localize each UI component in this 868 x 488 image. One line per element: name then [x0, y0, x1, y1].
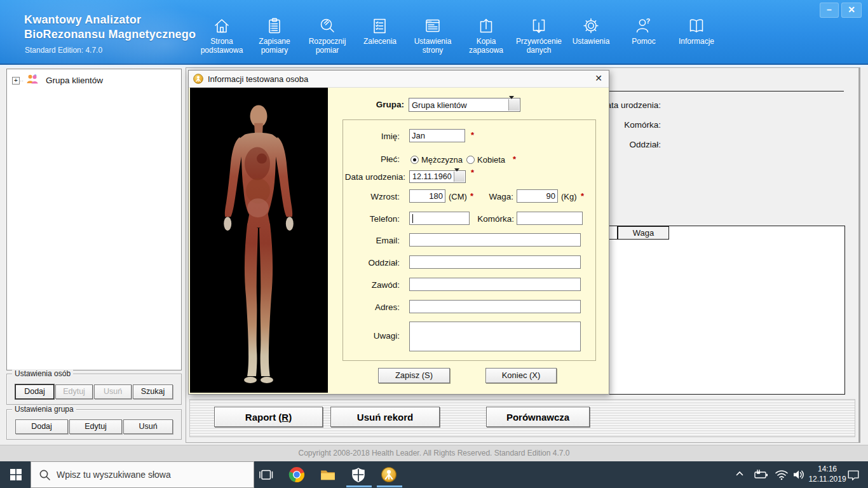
toolbar-item-strona-podstawowa[interactable]: Strona podstawowa	[194, 17, 249, 55]
uwagi-textarea[interactable]	[409, 322, 581, 351]
toolbar-item-label: Zalecenia	[353, 37, 407, 46]
start-button[interactable]	[10, 469, 22, 483]
task-view-icon[interactable]	[257, 466, 274, 483]
wifi-icon[interactable]	[774, 468, 789, 484]
tree-root-row[interactable]: +·· Grupa klientów	[7, 69, 181, 87]
defender-shield-icon[interactable]	[350, 466, 367, 483]
persons-edytuj-button: Edytuj	[55, 384, 93, 399]
taskbar-clock[interactable]: 14:16 12.11.2019	[804, 464, 850, 484]
data-urodzenia-required-mark: *	[471, 168, 474, 177]
clock-date: 12.11.2019	[804, 474, 850, 484]
group-settings-legend: Ustawienia grupa	[12, 405, 76, 414]
radio-kobieta[interactable]	[466, 156, 475, 164]
list-icon	[353, 17, 407, 36]
grupa-combobox[interactable]: Grupa klientów	[409, 98, 520, 112]
data-urodzenia-combobox[interactable]: 12.11.1960	[409, 170, 466, 183]
close-button[interactable]: ✕	[841, 3, 862, 18]
raport-label-pre: Raport (	[245, 412, 282, 423]
radio-mezczyzna[interactable]	[410, 156, 419, 164]
group-people-icon	[26, 76, 39, 86]
client-tree-panel: +·· Grupa klientów	[6, 69, 182, 370]
telefon-label: Telefon:	[344, 214, 400, 224]
group-usun-button[interactable]: Usuń	[123, 419, 173, 434]
porownawcza-button[interactable]: Porównawcza	[486, 407, 590, 427]
toolbar-item-ustawienia-strony[interactable]: Ustawienia strony	[405, 17, 460, 55]
battery-charging-icon[interactable]	[754, 468, 769, 484]
koniec-button[interactable]: Koniec (X)	[485, 368, 557, 383]
dialog-close-icon[interactable]: ✕	[595, 73, 602, 83]
help-person-icon: ?	[616, 17, 671, 36]
toolbar-item-label: Rozpocznij pomiar	[300, 37, 355, 55]
toolbar-item-label: Informacje	[669, 37, 724, 46]
tree-expand-icon[interactable]: +	[12, 77, 20, 85]
file-explorer-icon[interactable]	[320, 466, 336, 483]
uwagi-label: Uwagi:	[344, 331, 400, 341]
svg-text:?: ?	[646, 17, 651, 25]
tray-chevron-icon[interactable]	[734, 468, 745, 482]
radio-mezczyzna-label[interactable]: Mężczyzna	[421, 155, 463, 165]
waga-input[interactable]	[517, 189, 558, 203]
chevron-down-icon[interactable]	[454, 172, 465, 182]
group-edytuj-button[interactable]: Edytuj	[69, 419, 122, 434]
toolbar-item-kopia-zapasowa[interactable]: Kopia zapasowa	[459, 17, 513, 55]
clipboard-icon	[247, 17, 302, 36]
toolbar-item-przywrocenie-danych[interactable]: Przywrócenie danych	[512, 17, 566, 55]
persons-settings-group: Ustawienia osób Dodaj Edytuj Usuń Szukaj	[6, 374, 182, 405]
panel-right-edge	[859, 67, 860, 443]
toolbar-item-label: Zapisane pomiary	[247, 37, 302, 55]
tree-root-label[interactable]: Grupa klientów	[46, 76, 103, 85]
copyright-bar: Copyright 2008-2018 Health Leader. All R…	[0, 445, 868, 461]
toolbar-item-label: Pomoc	[616, 37, 671, 46]
app-title-line1: Kwantowy Analizator	[24, 13, 141, 27]
zapisz-button[interactable]: Zapisz (S)	[378, 368, 450, 383]
group-settings-group: Ustawienia grupa Dodaj Edytuj Usuń	[6, 409, 182, 440]
telefon-input[interactable]	[409, 212, 470, 225]
patient-info-dialog: Informacji testowana osoba ✕	[188, 70, 609, 395]
adres-input[interactable]	[409, 300, 581, 313]
plec-label: Płeć:	[344, 154, 400, 164]
persons-szukaj-button[interactable]: Szukaj	[133, 384, 173, 399]
plec-required-mark: *	[513, 154, 516, 164]
app-gold-icon	[193, 74, 203, 86]
radio-kobieta-label[interactable]: Kobieta	[477, 155, 505, 165]
backup-arrow-up-icon	[459, 17, 513, 36]
toolbar-item-label: Strona podstawowa	[194, 37, 249, 55]
taskbar-search-box[interactable]	[31, 461, 254, 488]
minimize-button[interactable]: –	[820, 3, 839, 18]
toolbar-item-label: Przywrócenie danych	[512, 37, 566, 55]
book-icon	[669, 17, 724, 36]
toolbar-item-label: Kopia zapasowa	[459, 37, 513, 55]
raport-label-key: R	[281, 412, 288, 423]
adres-label: Adres:	[344, 302, 400, 312]
gear-icon	[564, 17, 618, 36]
komorka-input[interactable]	[517, 212, 583, 225]
usun-rekord-button[interactable]: Usuń rekord	[330, 407, 440, 427]
browser-window-icon	[405, 17, 460, 36]
toolbar-item-informacje[interactable]: Informacje	[669, 17, 724, 46]
raport-button[interactable]: Raport (R)	[214, 407, 323, 427]
running-indicator-defender	[346, 485, 372, 487]
persons-dodaj-button[interactable]: Dodaj	[15, 384, 54, 399]
toolbar-item-zapisane-pomiary[interactable]: Zapisane pomiary	[247, 17, 302, 55]
app-title-line2: BioRezonansu Magnetycznego	[24, 28, 196, 41]
wzrost-input[interactable]	[409, 189, 445, 203]
taskbar-search-input[interactable]	[57, 462, 247, 487]
zawod-input[interactable]	[409, 278, 581, 291]
toolbar-item-rozpocznij-pomiar[interactable]: Rozpocznij pomiar	[300, 17, 355, 55]
table-header-waga[interactable]: Waga	[618, 226, 669, 240]
chevron-down-icon[interactable]	[508, 99, 519, 111]
grupa-combobox-value: Grupa klientów	[412, 100, 467, 110]
dialog-title: Informacji testowana osoba	[208, 74, 308, 84]
email-input[interactable]	[409, 233, 581, 247]
toolbar-item-zalecenia[interactable]: Zalecenia	[353, 17, 407, 46]
action-center-icon[interactable]	[846, 468, 860, 485]
toolbar-item-pomoc[interactable]: ? Pomoc	[616, 17, 671, 46]
toolbar-item-label: Ustawienia strony	[405, 37, 460, 55]
bioresonance-app-icon[interactable]	[381, 466, 397, 483]
imie-input[interactable]	[409, 129, 465, 142]
wzrost-label: Wzrost:	[344, 192, 400, 201]
group-dodaj-button[interactable]: Dodaj	[15, 419, 68, 434]
toolbar-item-ustawienia[interactable]: Ustawienia	[564, 17, 618, 46]
chrome-icon[interactable]	[288, 466, 305, 483]
oddzial-input[interactable]	[409, 255, 581, 269]
